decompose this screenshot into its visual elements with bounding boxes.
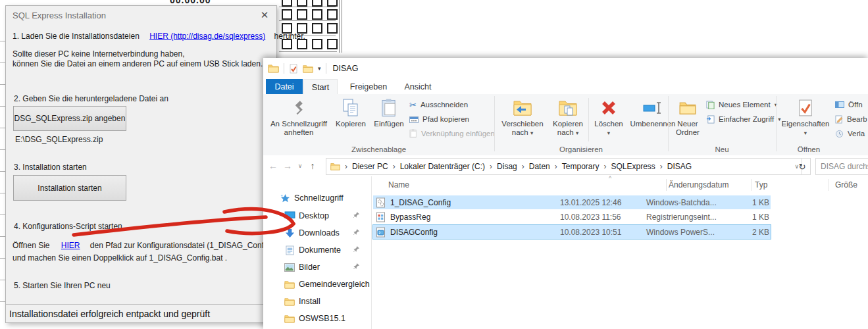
step4-label: 4. Konfigurations-Script starten [14, 222, 122, 231]
tab-start[interactable]: Start [303, 79, 338, 95]
step1-line: 1. Laden Sie die Installationsdateien HI… [13, 32, 305, 41]
address-box[interactable]: › Dieser PC › Lokaler Datenträger (C:) ›… [326, 158, 802, 175]
breadcrumb-disag-current[interactable]: DISAG [667, 162, 692, 171]
delete-button[interactable]: Löschen▾ [592, 96, 626, 138]
offline-note-line1: Sollte dieser PC keine Internetverbindun… [13, 49, 185, 59]
sidebar-item-desktop[interactable]: Desktop [263, 208, 371, 224]
breadcrumb-daten[interactable]: Daten [529, 162, 550, 171]
sidebar-item-schnellzugriff[interactable]: Schnellzugriff [263, 190, 371, 206]
cut-button[interactable]: ✂ Ausschneiden [409, 97, 495, 112]
breadcrumb-temporary[interactable]: Temporary [562, 162, 600, 171]
checkbox-row [282, 9, 338, 20]
open-config-path-link[interactable]: HIER [61, 241, 80, 250]
column-header-type[interactable]: Typ [755, 180, 767, 190]
breadcrumb-laufwerk-c[interactable]: Lokaler Datenträger (C:) [400, 162, 485, 171]
sidebar-item-dokumente[interactable]: Dokumente [263, 242, 371, 258]
registry-file-icon [376, 212, 386, 222]
quick-access-customize-dropdown-icon[interactable]: ▾ [318, 65, 321, 72]
refresh-button[interactable]: ↻ [794, 158, 811, 175]
choose-zip-button[interactable]: DSG_SQLExpress.zip angeben [13, 106, 126, 131]
group-label-new: Neu [668, 145, 776, 153]
tab-datei[interactable]: Datei [266, 79, 303, 94]
column-header-name[interactable]: Name [388, 180, 409, 190]
step4-text1: Öffnen Sie [13, 241, 49, 250]
breadcrumb-disag[interactable]: Disag [497, 162, 517, 171]
step4-text2: den Pfad zur Konfigurationsdatei (1_DISA… [90, 241, 288, 250]
quick-access-properties-icon[interactable] [289, 64, 298, 74]
open-button[interactable]: Öffn [835, 97, 867, 112]
pin-to-quick-access-button[interactable]: An Schnellzugriffanheften [267, 96, 330, 137]
forward-icon[interactable]: → [280, 161, 295, 171]
checkbox[interactable] [312, 39, 322, 49]
checkbox[interactable] [312, 9, 322, 20]
file-row-1-disag-config[interactable]: 1_DISAG_Config 13.01.2025 12:46 Windows-… [373, 195, 771, 209]
breadcrumb-sep-icon: › [603, 162, 606, 171]
paste-button[interactable]: Einfügen [370, 96, 407, 128]
grid-line [279, 7, 336, 7]
step1-download-link[interactable]: HIER (http://disag.de/sqlexpress) [149, 32, 265, 41]
checkbox[interactable] [327, 23, 338, 34]
folder-icon [284, 280, 295, 289]
copy-button[interactable]: Kopieren [332, 96, 370, 128]
copy-path-button[interactable]: Pfad kopieren [409, 112, 495, 126]
checkbox[interactable] [312, 23, 322, 34]
checkbox[interactable] [327, 39, 338, 49]
column-header-size[interactable]: Größe [835, 180, 857, 190]
close-icon[interactable]: ✕ [258, 9, 271, 21]
new-item-button[interactable]: Neues Element ▾ [706, 97, 780, 112]
checkbox[interactable] [297, 9, 307, 20]
breadcrumb-sqlexpress[interactable]: SQLExpress [611, 162, 655, 171]
new-folder-button[interactable]: NeuerOrdner [672, 96, 703, 137]
step5-label: 5. Starten Sie Ihren PC neu [14, 281, 111, 290]
copy-to-button[interactable]: Kopierennach ▾ [549, 96, 586, 138]
powershell-file-icon [376, 227, 386, 238]
sidebar-item-install[interactable]: Install [263, 293, 371, 309]
sidebar-item-bilder[interactable]: Bilder [263, 259, 371, 275]
recent-locations-chevron-icon[interactable]: ∨ [295, 163, 305, 169]
properties-button[interactable]: Eigenschaften▾ [779, 96, 832, 138]
checkbox[interactable] [327, 9, 338, 20]
step4-line1: Öffnen Sie HIER den Pfad zur Konfigurati… [13, 241, 288, 250]
tab-freigeben[interactable]: Freigeben [344, 79, 394, 94]
checkbox[interactable] [327, 0, 338, 7]
checkbox[interactable] [282, 0, 292, 7]
checkbox[interactable] [282, 9, 292, 20]
background-panel-edge [342, 0, 342, 53]
sidebar-item-gemeindevergleich[interactable]: Gemeindevergleich [263, 276, 371, 292]
move-to-icon [513, 99, 532, 116]
step3-label: 3. Installation starten [14, 163, 87, 172]
background-panel-edge [339, 0, 340, 53]
downloads-arrow-icon [285, 228, 295, 238]
column-divider[interactable] [829, 179, 829, 191]
sql-express-installation-window: SQL Express Installation ✕ 1. Laden Sie … [5, 5, 277, 323]
column-header-date[interactable]: Änderungsdatum [669, 180, 728, 190]
move-to-button[interactable]: Verschiebennach ▾ [497, 96, 548, 138]
sidebar-item-downloads[interactable]: Downloads [263, 225, 371, 241]
navigation-pane: Schnellzugriff Desktop Downloads Dokumen… [263, 176, 371, 329]
back-icon[interactable]: ← [266, 161, 280, 171]
history-button[interactable]: Verla [835, 126, 867, 141]
tab-ansicht[interactable]: Ansicht [397, 79, 438, 94]
dropdown-icon: ▾ [804, 130, 807, 136]
clipboard-small-buttons: ✂ Ausschneiden Pfad kopieren Verknüpfung… [409, 97, 495, 141]
quick-access-new-folder-icon[interactable] [303, 64, 313, 73]
file-row-disagconfig[interactable]: DISAGConfig 10.08.2023 10:51 Windows Pow… [373, 225, 771, 239]
paste-shortcut-button[interactable]: Verknüpfung einfügen [409, 126, 495, 141]
breadcrumb-dieser-pc[interactable]: Dieser PC [352, 162, 388, 171]
folder-icon [284, 315, 295, 323]
file-row-bypassreg[interactable]: BypassReg 10.08.2023 11:56 Registrierung… [373, 210, 771, 224]
sidebar-item-oswsb[interactable]: OSWSB15.1 [263, 311, 371, 326]
desktop-icon [284, 211, 295, 220]
easy-access-button[interactable]: Einfacher Zugriff ▾ [706, 112, 780, 126]
checkbox[interactable] [312, 0, 322, 7]
edit-button[interactable]: Bearb [835, 112, 867, 126]
up-icon[interactable]: ↑ [305, 161, 320, 171]
pane-divider[interactable] [371, 176, 372, 329]
column-divider[interactable] [752, 179, 752, 191]
open-small-buttons: Öffn Bearb Verla [835, 97, 867, 141]
search-box[interactable]: DISAG durchsu [815, 158, 868, 175]
column-divider[interactable] [666, 179, 667, 191]
properties-icon [798, 99, 813, 117]
checkbox[interactable] [297, 0, 307, 7]
start-installation-button[interactable]: Installation starten [13, 175, 126, 201]
